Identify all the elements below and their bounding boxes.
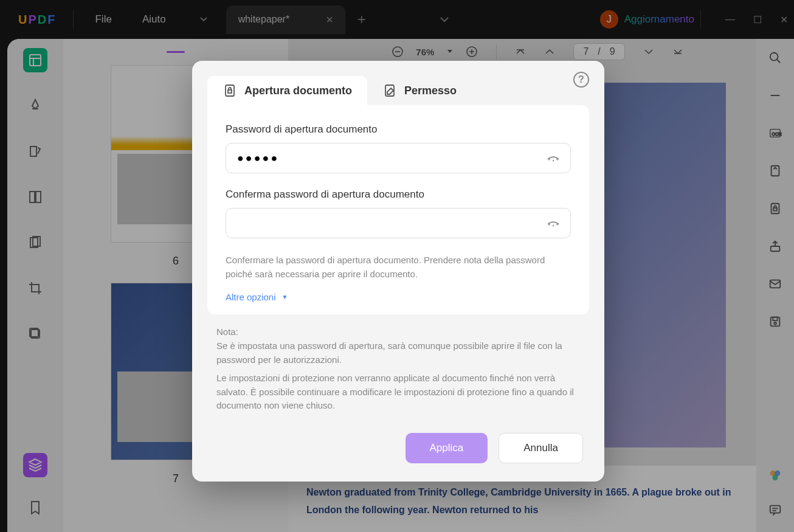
- eye-toggle-icon[interactable]: [547, 216, 560, 230]
- document-lock-icon: [223, 83, 237, 98]
- apply-button[interactable]: Applica: [406, 433, 488, 463]
- tab-permission[interactable]: Permesso: [367, 76, 472, 105]
- tab-label: Permesso: [404, 85, 457, 97]
- help-button[interactable]: ?: [573, 72, 589, 88]
- tab-label: Apertura documento: [244, 85, 352, 97]
- note-text-2: Le impostazioni di protezione non verran…: [216, 371, 580, 413]
- eye-toggle-icon[interactable]: [547, 151, 560, 165]
- password-label: Password di apertura documento: [226, 123, 571, 136]
- password-dialog: ? Apertura documento Permesso Password d…: [192, 61, 604, 482]
- confirm-input-wrap: [226, 208, 571, 238]
- confirm-password-label: Conferma password di apertura documento: [226, 188, 571, 201]
- svg-rect-31: [226, 85, 234, 96]
- more-options-label: Altre opzioni: [226, 292, 276, 302]
- more-options-link[interactable]: Altre opzioni ▼: [226, 292, 571, 302]
- svg-rect-32: [228, 90, 232, 93]
- password-input[interactable]: [226, 143, 571, 173]
- tab-document-open[interactable]: Apertura documento: [207, 76, 367, 105]
- password-input-wrap: [226, 143, 571, 173]
- dialog-buttons: Applica Annulla: [192, 418, 604, 466]
- dialog-tabs: Apertura documento Permesso: [192, 61, 604, 105]
- document-pen-icon: [382, 83, 397, 98]
- chevron-down-icon: ▼: [282, 294, 288, 300]
- svg-line-39: [557, 224, 558, 226]
- dialog-body: Password di apertura documento Conferma …: [207, 105, 589, 314]
- help-text: Confermare la password di apertura docum…: [226, 254, 571, 281]
- cancel-button[interactable]: Annulla: [499, 433, 583, 463]
- note-title: Nota:: [216, 326, 580, 337]
- svg-line-37: [549, 224, 550, 226]
- svg-line-34: [549, 159, 550, 161]
- svg-line-36: [557, 159, 558, 161]
- dialog-note: Nota: Se è impostata una password di ape…: [192, 314, 604, 413]
- note-text-1: Se è impostata una password di apertura,…: [216, 339, 580, 367]
- confirm-password-input[interactable]: [226, 208, 571, 238]
